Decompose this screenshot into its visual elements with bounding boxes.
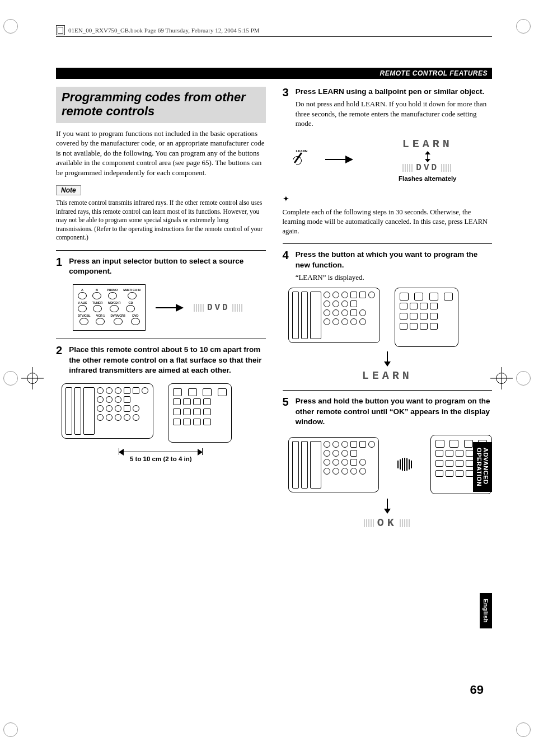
section-header-bar: REMOTE CONTROL FEATURES xyxy=(56,68,492,79)
step-lead: Press LEARN using a ballpoint pen or sim… xyxy=(296,87,492,97)
step-follow: “LEARN” is displayed. xyxy=(296,273,492,283)
double-arrow-icon xyxy=(427,152,428,162)
selector-label: B xyxy=(92,288,101,292)
remote-this xyxy=(288,437,379,492)
selector-label: TUNER xyxy=(92,301,102,304)
step-2: 2 Place this remote control about 5 to 1… xyxy=(56,345,266,378)
display-readout: DVD xyxy=(191,303,246,313)
step-5-figure xyxy=(288,435,493,494)
display-readout: LEARN xyxy=(362,369,413,382)
ir-beam-icon xyxy=(397,458,413,471)
arrow-right-icon xyxy=(325,156,353,163)
two-column-layout: Programming codes from other remote cont… xyxy=(56,87,492,532)
side-tab-line: ADVANCED xyxy=(483,448,489,486)
figure-caption: Flashes alternately xyxy=(372,175,484,182)
print-reg-mark xyxy=(3,19,18,34)
remote-other xyxy=(395,288,458,347)
step-number: 1 xyxy=(56,256,62,279)
step-1: 1 Press an input selector button to sele… xyxy=(56,256,266,279)
step-1-figure: A B PHONO MULTI CH IN V-AUX TUNER MD/CD-… xyxy=(73,284,266,331)
book-icon xyxy=(56,25,65,35)
note-text: This remote control transmits infrared r… xyxy=(56,199,266,242)
side-tab-line: OPERATION xyxy=(476,448,483,486)
remote-this xyxy=(288,288,380,343)
left-column: Programming codes from other remote cont… xyxy=(56,87,266,532)
selector-label: DVD xyxy=(131,314,140,317)
side-tab-section: ADVANCED OPERATION xyxy=(473,442,492,492)
selector-label: DVR/VCR2 xyxy=(110,314,125,317)
hint-icon xyxy=(283,195,291,203)
step-follow: Do not press and hold LEARN. If you hold… xyxy=(296,99,492,129)
remote-other xyxy=(168,383,232,443)
step-3: 3 Press LEARN using a ballpoint pen or s… xyxy=(283,87,493,129)
down-arrow-icon xyxy=(387,499,388,513)
print-crosshair xyxy=(490,367,513,389)
hint-text: Complete each of the following steps in … xyxy=(283,208,493,236)
two-remotes-figure xyxy=(62,383,266,443)
print-reg-mark xyxy=(3,722,18,737)
selector-label: PHONO xyxy=(107,288,118,292)
divider xyxy=(283,243,493,244)
pdf-header-line: 01EN_00_RXV750_GB.book Page 69 Thursday,… xyxy=(56,25,492,37)
section-title: Programming codes from other remote cont… xyxy=(62,90,260,119)
step-number: 4 xyxy=(283,250,289,282)
step-5: 5 Press and hold the button you want to … xyxy=(283,396,493,429)
arrow-right-icon xyxy=(156,304,184,312)
note-label: Note xyxy=(56,185,81,195)
input-selector-diagram: A B PHONO MULTI CH IN V-AUX TUNER MD/CD-… xyxy=(73,284,146,331)
dimension-arrow xyxy=(119,452,203,452)
manual-page: 01EN_00_RXV750_GB.book Page 69 Thursday,… xyxy=(0,0,534,756)
step-number: 2 xyxy=(56,345,62,378)
step-number: 3 xyxy=(283,87,289,129)
divider xyxy=(56,339,266,339)
selector-label: A xyxy=(78,288,87,292)
print-reg-mark xyxy=(3,371,18,386)
side-tab-language: English xyxy=(480,593,492,628)
selector-label: VCR 1 xyxy=(96,314,105,317)
step-number: 5 xyxy=(283,396,289,429)
down-arrow-icon xyxy=(387,351,388,366)
step-lead: Press and hold the button you want to pr… xyxy=(296,396,492,427)
selector-label: V-AUX xyxy=(78,301,87,304)
hint-block: Complete each of the following steps in … xyxy=(283,195,493,236)
header-filename: 01EN_00_RXV750_GB.book Page 69 Thursday,… xyxy=(68,27,260,34)
intro-paragraph: If you want to program functions not inc… xyxy=(56,129,266,178)
learn-pen-icon: LEARN xyxy=(293,152,315,167)
print-reg-mark xyxy=(516,371,531,386)
display-readout: DVD xyxy=(372,163,484,173)
print-reg-mark xyxy=(516,19,531,34)
print-crosshair xyxy=(21,367,44,389)
page-number: 69 xyxy=(470,683,484,697)
print-reg-mark xyxy=(516,722,531,737)
learn-pen-figure: LEARN LEARN DVD Flashes alternately xyxy=(293,134,493,185)
right-column: 3 Press LEARN using a ballpoint pen or s… xyxy=(283,87,493,532)
divider xyxy=(56,250,266,251)
divider xyxy=(283,390,493,391)
selector-label: MULTI CH IN xyxy=(123,288,140,292)
display-readout: LEARN xyxy=(372,138,484,151)
display-readout: OK xyxy=(362,516,413,529)
step-lead: Press an input selector button to select… xyxy=(69,256,265,276)
step-lead: Press the button at which you want to pr… xyxy=(296,250,492,270)
display-flash-figure: LEARN DVD Flashes alternately xyxy=(372,137,484,182)
step-4: 4 Press the button at which you want to … xyxy=(283,250,493,282)
step-lead: Place this remote control about 5 to 10 … xyxy=(69,345,265,375)
selector-label: DTV/CBL xyxy=(78,314,90,317)
dimension-label: 5 to 10 cm (2 to 4 in) xyxy=(56,456,266,462)
remote-this xyxy=(62,383,153,439)
step-4-figure xyxy=(288,288,493,347)
selector-label: CD xyxy=(126,301,135,304)
section-title-box: Programming codes from other remote cont… xyxy=(56,87,266,123)
selector-label: MD/CD-R xyxy=(108,301,120,304)
